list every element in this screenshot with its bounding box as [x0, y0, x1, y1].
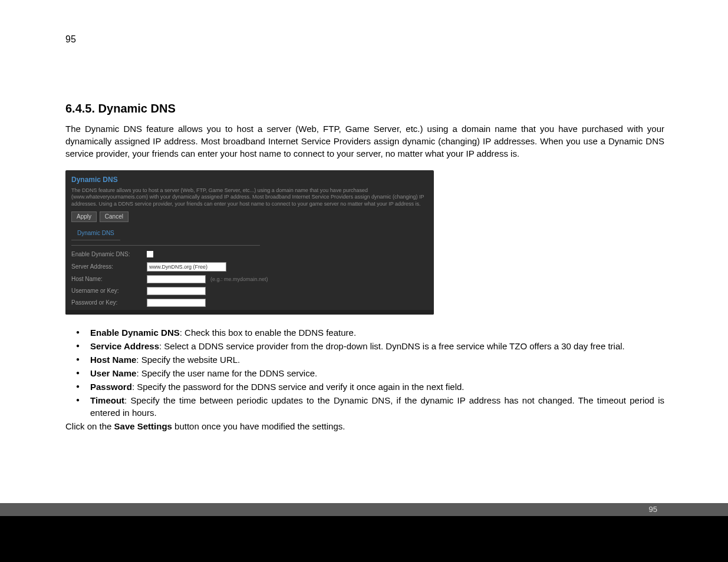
- bullet-item: Enable Dynamic DNS: Check this box to en…: [76, 326, 664, 339]
- section-heading: 6.4.5. Dynamic DNS: [65, 100, 664, 117]
- enable-ddns-checkbox[interactable]: [147, 251, 153, 257]
- username-input[interactable]: [147, 287, 206, 295]
- ss-panel-description: The DDNS feature allows you to host a se…: [71, 187, 428, 208]
- host-name-input[interactable]: [147, 275, 206, 283]
- ss-tab[interactable]: Dynamic DNS: [71, 227, 120, 240]
- bullet-item: Timeout: Specify the time between period…: [76, 394, 664, 419]
- password-label: Password or Key:: [71, 299, 147, 307]
- host-name-label: Host Name:: [71, 275, 147, 283]
- bullet-item: Service Address: Select a DDNS service p…: [76, 340, 664, 352]
- cancel-button[interactable]: Cancel: [100, 211, 129, 222]
- password-input[interactable]: [147, 299, 206, 307]
- embedded-screenshot: Dynamic DNS The DDNS feature allows you …: [65, 170, 434, 315]
- page-number-bottom: 95: [649, 505, 657, 514]
- username-label: Username or Key:: [71, 287, 147, 295]
- apply-button[interactable]: Apply: [71, 211, 97, 222]
- bullet-item: User Name: Specify the user name for the…: [76, 367, 664, 379]
- server-address-label: Server Address:: [71, 263, 147, 271]
- page-number-top: 95: [65, 34, 76, 45]
- bullet-item: Password: Specify the password for the D…: [76, 381, 664, 393]
- closing-sentence: Click on the Save Settings button once y…: [65, 420, 664, 432]
- ss-divider: Dynamic DNS: [71, 227, 260, 246]
- logo-block: EnGenius®: [0, 516, 728, 562]
- intro-paragraph: The Dynamic DNS feature allows you to ho…: [65, 123, 664, 160]
- host-name-hint: (e.g.: me.mydomain.net): [210, 276, 268, 283]
- ss-torn-edge: [65, 310, 434, 315]
- ss-panel-title: Dynamic DNS: [71, 175, 428, 185]
- bullet-list: Enable Dynamic DNS: Check this box to en…: [65, 326, 664, 419]
- footer-bar: [0, 503, 728, 516]
- bullet-item: Host Name: Specify the website URL.: [76, 353, 664, 366]
- server-address-select[interactable]: www.DynDNS.org (Free): [147, 262, 226, 272]
- ss-button-row: Apply Cancel: [71, 211, 428, 222]
- enable-ddns-label: Enable Dynamic DNS:: [71, 250, 147, 259]
- main-content: 6.4.5. Dynamic DNS The Dynamic DNS featu…: [65, 100, 664, 432]
